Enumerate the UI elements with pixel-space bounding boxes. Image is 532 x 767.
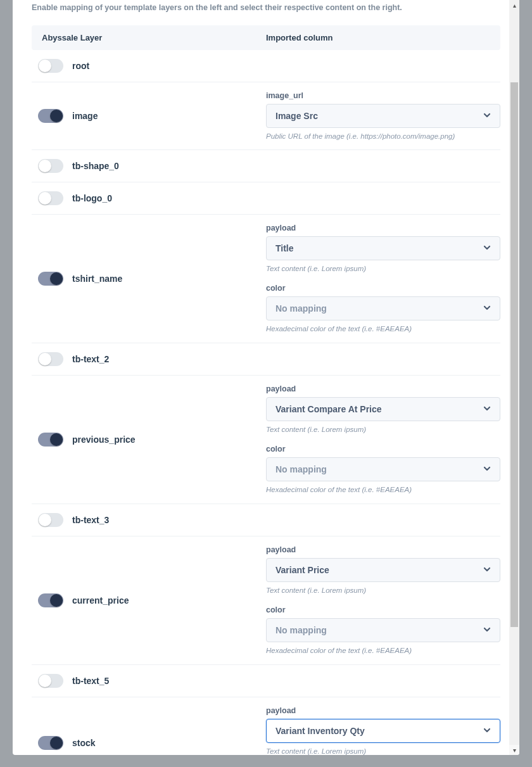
chevron-down-icon — [483, 404, 491, 414]
field-label: payload — [266, 224, 500, 232]
layer-row: tb-shape_0 — [32, 150, 500, 182]
layer-name: tb-text_2 — [72, 354, 109, 364]
layer-row: current_pricepayloadVariant PriceText co… — [32, 536, 500, 665]
layer-cell-left: tshirt_name — [32, 272, 266, 286]
select-color[interactable]: No mapping — [266, 618, 500, 642]
scrollbar[interactable]: ▴ ▾ — [509, 0, 519, 755]
rows-container: rootimageimage_urlImage SrcPublic URL of… — [32, 50, 500, 756]
toggle-knob — [39, 160, 51, 172]
layer-cell-left: tb-text_3 — [32, 513, 266, 527]
layer-row: tb-text_3 — [32, 504, 500, 536]
select-color[interactable]: No mapping — [266, 296, 500, 320]
layer-row: tb-text_2 — [32, 343, 500, 376]
layer-row: previous_pricepayloadVariant Compare At … — [32, 376, 500, 504]
toggle-tb-text_3[interactable] — [38, 513, 63, 527]
select-value: No mapping — [276, 625, 327, 635]
toggle-root[interactable] — [38, 59, 63, 73]
layer-cell-right: payloadVariant Inventory QtyText content… — [266, 706, 500, 755]
select-color[interactable]: No mapping — [266, 457, 500, 481]
field-group-payload: payloadVariant PriceText content (i.e. L… — [266, 545, 500, 595]
layer-name: current_price — [72, 595, 129, 605]
chevron-down-icon — [483, 625, 491, 635]
header-left: Abyssale Layer — [42, 33, 266, 42]
toggle-knob — [39, 514, 51, 526]
select-value: No mapping — [276, 303, 327, 314]
select-value: Variant Compare At Price — [276, 404, 382, 414]
layer-cell-left: image — [32, 109, 266, 123]
layer-cell-left: tb-text_5 — [32, 674, 266, 688]
chevron-down-icon — [483, 565, 491, 575]
layer-cell-left: tb-text_2 — [32, 352, 266, 366]
field-group-payload: payloadTitleText content (i.e. Lorem ips… — [266, 224, 500, 274]
field-hint: Text content (i.e. Lorem ipsum) — [266, 586, 500, 595]
toggle-knob — [50, 272, 63, 285]
toggle-knob — [50, 594, 63, 607]
toggle-tb-text_2[interactable] — [38, 352, 63, 366]
layer-name: root — [72, 61, 89, 71]
chevron-down-icon — [483, 726, 491, 736]
layer-row: tb-logo_0 — [32, 182, 500, 215]
layer-name: stock — [72, 738, 96, 748]
field-hint: Text content (i.e. Lorem ipsum) — [266, 264, 500, 274]
select-payload[interactable]: Title — [266, 236, 500, 260]
field-hint: Text content (i.e. Lorem ipsum) — [266, 425, 500, 434]
layer-cell-left: root — [32, 59, 266, 73]
field-group-color: colorNo mappingHexadecimal color of the … — [266, 605, 500, 656]
toggle-knob — [39, 353, 51, 365]
select-payload[interactable]: Variant Compare At Price — [266, 397, 500, 421]
chevron-down-icon — [483, 243, 491, 253]
field-hint: Text content (i.e. Lorem ipsum) — [266, 747, 500, 755]
select-payload[interactable]: Variant Price — [266, 558, 500, 582]
scroll-down-icon[interactable]: ▾ — [509, 745, 519, 755]
chevron-down-icon — [483, 303, 491, 314]
field-hint: Hexadecimal color of the text (i.e. #EAE… — [266, 485, 500, 495]
scroll-up-icon[interactable]: ▴ — [509, 0, 519, 10]
grid-header: Abyssale Layer Imported column — [32, 25, 500, 50]
toggle-knob — [39, 192, 51, 205]
field-label: image_url — [266, 91, 500, 100]
layer-cell-left: current_price — [32, 593, 266, 607]
field-group-payload: payloadVariant Inventory QtyText content… — [266, 706, 500, 755]
toggle-tb-shape_0[interactable] — [38, 159, 63, 173]
toggle-knob — [39, 60, 51, 72]
select-payload[interactable]: Variant Inventory Qty — [266, 719, 500, 743]
toggle-image[interactable] — [38, 109, 63, 123]
field-label: payload — [266, 384, 500, 393]
scrollbar-thumb[interactable] — [510, 82, 518, 627]
layer-cell-left: tb-shape_0 — [32, 159, 266, 173]
layer-cell-right: payloadVariant Compare At PriceText cont… — [266, 384, 500, 495]
toggle-tb-logo_0[interactable] — [38, 191, 63, 205]
layer-row: tb-text_5 — [32, 665, 500, 697]
field-label: color — [266, 605, 500, 614]
layer-name: tshirt_name — [72, 274, 122, 284]
field-hint: Hexadecimal color of the text (i.e. #EAE… — [266, 324, 500, 334]
select-image_url[interactable]: Image Src — [266, 104, 500, 128]
select-value: Variant Price — [276, 565, 329, 575]
scroll-content: Enable mapping of your template layers o… — [13, 0, 519, 755]
field-label: color — [266, 445, 500, 453]
layer-name: image — [72, 111, 98, 121]
field-label: color — [266, 284, 500, 293]
select-value: Image Src — [276, 111, 318, 121]
toggle-previous_price[interactable] — [38, 433, 63, 447]
layer-cell-right: image_urlImage SrcPublic URL of the imag… — [266, 91, 500, 141]
layer-name: tb-text_3 — [72, 515, 109, 525]
toggle-tshirt_name[interactable] — [38, 272, 63, 286]
layer-name: tb-shape_0 — [72, 161, 119, 171]
layer-name: tb-text_5 — [72, 676, 109, 686]
field-group-payload: payloadVariant Compare At PriceText cont… — [266, 384, 500, 434]
toggle-current_price[interactable] — [38, 593, 63, 607]
toggle-knob — [50, 110, 63, 122]
layer-row: imageimage_urlImage SrcPublic URL of the… — [32, 82, 500, 151]
layer-name: tb-logo_0 — [72, 193, 112, 203]
field-hint: Hexadecimal color of the text (i.e. #EAE… — [266, 646, 500, 656]
toggle-knob — [50, 737, 63, 749]
layer-cell-left: tb-logo_0 — [32, 191, 266, 205]
field-hint: Public URL of the image (i.e. https://ph… — [266, 132, 500, 141]
field-group-color: colorNo mappingHexadecimal color of the … — [266, 445, 500, 495]
toggle-tb-text_5[interactable] — [38, 674, 63, 688]
toggle-knob — [39, 675, 51, 687]
field-group-color: colorNo mappingHexadecimal color of the … — [266, 284, 500, 334]
toggle-stock[interactable] — [38, 736, 63, 750]
toggle-knob — [50, 433, 63, 446]
